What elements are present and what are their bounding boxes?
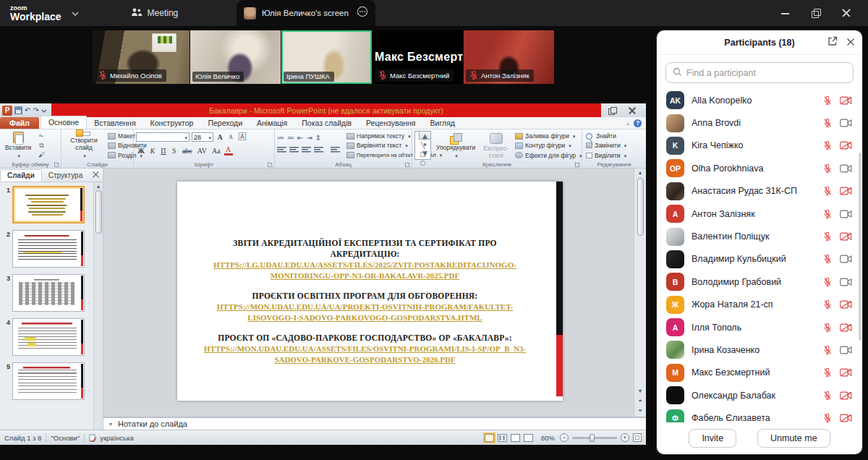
clear-formatting-icon[interactable]: 🄰 [237, 133, 247, 141]
tab-meeting[interactable]: Meeting [131, 7, 179, 20]
grow-font-icon[interactable]: A [216, 133, 224, 141]
slide-thumbnail-5[interactable] [12, 362, 85, 400]
participants-scrollbar[interactable] [859, 153, 861, 341]
columns-icon[interactable] [331, 146, 340, 153]
font-style-button[interactable]: Ж [136, 147, 146, 155]
ppt-restore-icon[interactable] [608, 107, 616, 114]
zoom-slider[interactable] [572, 437, 617, 439]
ribbon-tab-2[interactable]: Основне [41, 116, 87, 129]
chevron-down-icon[interactable] [72, 9, 79, 18]
zoom-in-icon[interactable]: + [621, 433, 629, 442]
tab-slides[interactable]: Слайди [0, 169, 42, 182]
font-style-button[interactable]: К [148, 147, 157, 155]
paragraph-tool-icon[interactable]: ≕ [287, 134, 294, 142]
slide-hyperlink[interactable]: HTTPS://LG.UDAU.EDU.UA/ASSETS/FILES/2025… [203, 260, 527, 281]
slide-hyperlink[interactable]: HTTPS://MON.UDAU.EDU.UA/UA/PROEKTI-OSVIT… [203, 302, 527, 323]
unmute-me-button[interactable]: Unmute me [757, 429, 830, 448]
ribbon-tab-9[interactable]: Вигляд [423, 117, 462, 129]
minimize-icon[interactable] [781, 9, 790, 17]
paragraph-tool-icon[interactable]: ⇕ [315, 134, 321, 142]
select-button[interactable]: Виділити [584, 151, 628, 160]
justify-icon[interactable] [314, 146, 323, 153]
find-button[interactable]: Знайти [584, 132, 628, 140]
slide-thumbnail-3[interactable] [12, 274, 85, 312]
ribbon-tab-8[interactable]: Рецензування [359, 117, 422, 129]
video-tile[interactable]: Макс Безсмерт...Макс Безсмертний [373, 30, 463, 84]
font-name-box[interactable] [136, 132, 190, 142]
font-style-button[interactable]: S [170, 147, 179, 155]
restore-icon[interactable] [812, 9, 820, 17]
format-painter-icon[interactable]: 🖌 [36, 151, 46, 159]
next-slide-icon[interactable]: ⏷ [638, 406, 642, 415]
video-tile[interactable]: Михайло Осіпов [93, 30, 190, 84]
video-tile[interactable]: Юлія Величко [190, 30, 281, 84]
slide-hyperlink[interactable]: HTTPS://MON.UDAU.EDU.UA/ASSETS/FILES/OSV… [203, 344, 527, 365]
ribbon-tab-3[interactable]: Вставлення [87, 117, 142, 129]
normal-view-icon[interactable] [485, 434, 494, 442]
notes-splitter-icon[interactable]: ▾ [109, 421, 112, 427]
ribbon-tab-5[interactable]: Переходи [200, 117, 250, 129]
ribbon-tab-1[interactable]: Файл [0, 117, 39, 129]
help-icon[interactable]: ? [634, 119, 642, 127]
participant-row[interactable]: Владимир Кульбицкий [657, 248, 862, 271]
font-style-button[interactable]: abc [181, 147, 194, 155]
popout-icon[interactable] [827, 36, 838, 49]
slide-sorter-icon[interactable] [498, 434, 507, 442]
video-tile[interactable]: Ірина ПУШКА [281, 30, 372, 84]
previous-slide-icon[interactable]: ⏶ [638, 396, 642, 405]
ribbon-tab-4[interactable]: Конструктор [143, 117, 201, 129]
undo-icon[interactable]: ↶ [25, 106, 30, 116]
shape-outline-button[interactable]: Контур фігури [514, 141, 583, 150]
video-tile[interactable]: Антон Залізняк [464, 30, 554, 84]
shape-effects-button[interactable]: Ефекти для фігур [514, 151, 583, 160]
participant-row[interactable]: ФФабель Єлизавета [657, 406, 862, 422]
collapse-ribbon-icon[interactable]: ▵ [626, 120, 629, 127]
save-icon[interactable] [14, 106, 22, 114]
participant-row[interactable]: ММакс Безсмертний [657, 362, 862, 384]
current-slide[interactable]: ЗВІТИ АКРЕДИТАЦІЙНОЇ ЕКСПЕРТИЗИ ТА СЕРТИ… [177, 182, 563, 401]
slide-area-scrollbar[interactable]: ▲ ▼ ⏶ ⏷ [634, 169, 646, 417]
powerpoint-logo-icon[interactable]: P [2, 106, 12, 116]
paragraph-tool-icon[interactable]: ≔ [277, 134, 284, 142]
align-left-icon[interactable] [277, 146, 286, 153]
slides-panel-scrollbar[interactable]: ▲ [93, 182, 103, 430]
tab-outline[interactable]: Структура [42, 170, 89, 181]
shapes-gallery[interactable]: ╲╲□○▭△⌐⇨⇩◠☆∿()✶ ▲▾▼ [414, 131, 431, 160]
paragraph-dialog-launcher[interactable] [405, 162, 410, 167]
paste-button[interactable]: Вставити [2, 131, 34, 160]
zoom-out-icon[interactable]: − [560, 433, 569, 442]
ppt-close-icon[interactable] [629, 107, 636, 114]
shapes-scrollbar[interactable]: ▲▾▼ [419, 131, 431, 140]
align-right-icon[interactable] [302, 146, 311, 153]
qat-dropdown-icon[interactable] [41, 108, 47, 114]
fit-to-window-icon[interactable] [633, 433, 642, 442]
participant-row[interactable]: Олександр Балабак [657, 384, 862, 406]
participant-row[interactable]: Ірина Козаченко [657, 338, 862, 361]
language-indicator[interactable]: українська [100, 434, 134, 442]
search-input[interactable] [686, 68, 846, 78]
participant-row[interactable]: KKira Чепіжко [657, 135, 862, 157]
participant-row[interactable]: ВВолодимир Грабовий [657, 271, 862, 293]
participant-row[interactable]: АІлля Тополь [657, 316, 862, 338]
paragraph-tool-icon[interactable]: ⇤ [297, 134, 303, 142]
reading-view-icon[interactable] [511, 434, 520, 442]
participant-search[interactable] [665, 62, 854, 83]
participant-row[interactable]: ЖЖора Наталя 21-сп [657, 294, 862, 316]
more-options-icon[interactable] [357, 6, 368, 20]
invite-button[interactable]: Invite [689, 429, 736, 448]
copy-icon[interactable]: ⧉ [36, 142, 46, 150]
tab-shared-screen[interactable]: Юлія Величко's screen [237, 0, 375, 26]
font-style-button[interactable]: AV [196, 147, 208, 155]
slide-thumbnail-4[interactable] [12, 318, 85, 356]
arrange-button[interactable]: Упорядкувати [433, 131, 478, 160]
slide-thumbnail-1[interactable] [12, 186, 85, 223]
align-center-icon[interactable] [289, 146, 299, 153]
clipboard-dialog-launcher[interactable] [54, 162, 59, 167]
participant-row[interactable]: AKAlla Konopelko [657, 89, 862, 111]
replace-button[interactable]: Замінити [584, 141, 628, 150]
slides-panel-close-icon[interactable] [93, 171, 100, 179]
slide-thumbnail-2[interactable] [12, 230, 85, 268]
shape-fill-button[interactable]: Заливка фігури [514, 132, 583, 140]
cut-icon[interactable]: ✁ [36, 132, 46, 140]
panel-close-icon[interactable] [846, 36, 855, 49]
